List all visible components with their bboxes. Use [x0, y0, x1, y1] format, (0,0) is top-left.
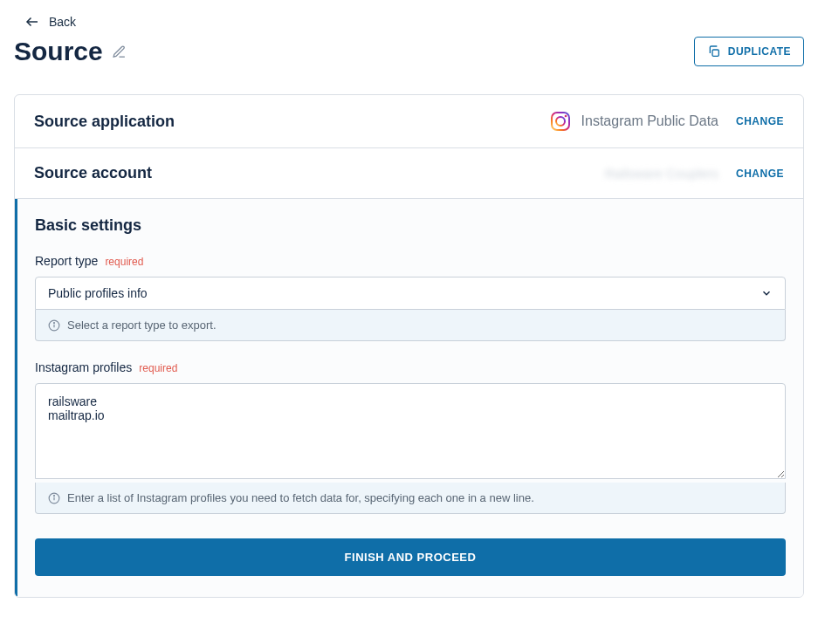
copy-icon [707, 45, 721, 58]
change-application-link[interactable]: CHANGE [736, 115, 784, 127]
report-type-hint: Select a report type to export. [35, 310, 786, 341]
edit-icon[interactable] [112, 45, 127, 59]
profiles-textarea[interactable] [35, 383, 786, 479]
source-account-name: Railsware Couplers [605, 166, 718, 181]
report-type-value: Public profiles info [48, 286, 148, 300]
arrow-left-icon [24, 14, 40, 30]
svg-rect-1 [712, 50, 718, 56]
info-icon [48, 492, 60, 504]
source-account-section: Source account Railsware Couplers CHANGE [15, 148, 803, 199]
source-application-right: Instagram Public Data CHANGE [550, 111, 784, 132]
finish-and-proceed-button[interactable]: FINISH AND PROCEED [35, 538, 786, 576]
chevron-down-icon [760, 287, 773, 299]
source-account-title: Source account [34, 164, 152, 182]
profiles-required: required [139, 362, 177, 374]
source-application-section: Source application [15, 95, 803, 148]
duplicate-label: DUPLICATE [728, 45, 791, 58]
svg-point-10 [54, 495, 55, 496]
profiles-hint: Enter a list of Instagram profiles you n… [35, 483, 786, 514]
info-icon [48, 319, 60, 332]
svg-rect-2 [552, 113, 569, 130]
source-application-title: Source application [34, 113, 175, 131]
profiles-label: Instagram profiles [35, 360, 132, 374]
profiles-label-row: Instagram profiles required [35, 360, 786, 374]
instagram-icon [550, 111, 571, 132]
back-link[interactable]: Back [24, 14, 76, 30]
source-account-right: Railsware Couplers CHANGE [605, 166, 784, 181]
change-account-link[interactable]: CHANGE [736, 168, 784, 180]
source-application-name: Instagram Public Data [581, 113, 718, 129]
basic-settings-heading: Basic settings [35, 216, 786, 235]
svg-point-4 [564, 115, 567, 118]
page-title: Source [14, 37, 103, 66]
profiles-hint-text: Enter a list of Instagram profiles you n… [67, 491, 534, 504]
svg-point-3 [556, 117, 565, 126]
report-type-select-wrap: Public profiles info [35, 277, 786, 310]
title-group: Source [14, 37, 127, 66]
report-type-select[interactable]: Public profiles info [35, 277, 786, 310]
back-label: Back [49, 15, 76, 29]
svg-point-7 [54, 322, 55, 323]
duplicate-button[interactable]: DUPLICATE [694, 37, 804, 66]
basic-settings-section: Basic settings Report type required Publ… [15, 199, 803, 597]
source-card: Source application [14, 94, 804, 598]
report-type-required: required [105, 256, 143, 268]
report-type-label-row: Report type required [35, 254, 786, 268]
source-application-value: Instagram Public Data [550, 111, 718, 132]
page-header: Source DUPLICATE [14, 37, 804, 66]
report-type-hint-text: Select a report type to export. [67, 319, 217, 332]
report-type-label: Report type [35, 254, 98, 268]
